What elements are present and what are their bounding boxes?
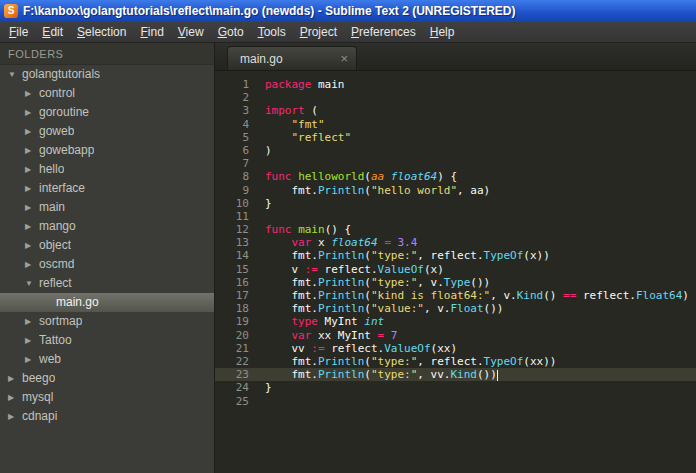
folder-item-golangtutorials[interactable]: ▼golangtutorials [0, 65, 214, 84]
code-line-18[interactable]: 18 fmt.Println("value:", v.Float()) [215, 302, 696, 315]
menu-file[interactable]: File [2, 23, 35, 41]
folder-item-sortmap[interactable]: ▶sortmap [0, 312, 214, 331]
menu-edit[interactable]: Edit [35, 23, 70, 41]
line-number: 1 [215, 78, 249, 91]
menu-goto[interactable]: Goto [211, 23, 251, 41]
folder-item-gowebapp[interactable]: ▶gowebapp [0, 141, 214, 160]
folder-item-oscmd[interactable]: ▶oscmd [0, 255, 214, 274]
chevron-right-icon[interactable]: ▶ [8, 407, 22, 426]
code-line-2[interactable]: 2 [215, 91, 696, 104]
chevron-right-icon[interactable]: ▶ [8, 369, 22, 388]
folder-item-object[interactable]: ▶object [0, 236, 214, 255]
code-line-21[interactable]: 21 vv := reflect.ValueOf(xx) [215, 342, 696, 355]
chevron-right-icon[interactable]: ▶ [25, 103, 39, 122]
folder-item-goroutine[interactable]: ▶goroutine [0, 103, 214, 122]
code-text: v := reflect.ValueOf(x) [265, 263, 444, 276]
editor-pane: main.go × 1package main23import (4 "fmt"… [215, 43, 696, 473]
menu-help[interactable]: Help [423, 23, 462, 41]
folder-item-cdnapi[interactable]: ▶cdnapi [0, 407, 214, 426]
folder-item-web[interactable]: ▶web [0, 350, 214, 369]
code-text: import ( [265, 104, 318, 117]
chevron-right-icon[interactable]: ▶ [25, 217, 39, 236]
chevron-right-icon[interactable]: ▶ [25, 122, 39, 141]
menu-accelerator: V [178, 25, 186, 39]
menu-project[interactable]: Project [293, 23, 344, 41]
menu-accelerator: P [351, 25, 359, 39]
folder-item-mysql[interactable]: ▶mysql [0, 388, 214, 407]
code-line-20[interactable]: 20 var xx MyInt = 7 [215, 329, 696, 342]
chevron-right-icon[interactable]: ▶ [25, 255, 39, 274]
tree-item-label: golangtutorials [22, 65, 100, 84]
menu-tools[interactable]: Tools [251, 23, 293, 41]
chevron-right-icon[interactable]: ▶ [25, 84, 39, 103]
titlebar[interactable]: S F:\kanbox\golangtutorials\reflect\main… [0, 0, 696, 22]
code-line-17[interactable]: 17 fmt.Println("kind is float64:", v.Kin… [215, 289, 696, 302]
folder-item-tattoo[interactable]: ▶Tattoo [0, 331, 214, 350]
folder-item-reflect[interactable]: ▼reflect [0, 274, 214, 293]
line-number: 21 [215, 342, 249, 355]
code-line-6[interactable]: 6) [215, 144, 696, 157]
code-line-15[interactable]: 15 v := reflect.ValueOf(x) [215, 263, 696, 276]
code-line-24[interactable]: 24} [215, 381, 696, 394]
code-line-7[interactable]: 7 [215, 157, 696, 170]
line-number: 2 [215, 91, 249, 104]
code-line-4[interactable]: 4 "fmt" [215, 118, 696, 131]
code-line-5[interactable]: 5 "reflect" [215, 131, 696, 144]
tab-close-icon[interactable]: × [340, 51, 348, 66]
code-line-12[interactable]: 12func main() { [215, 223, 696, 236]
line-number: 16 [215, 276, 249, 289]
folder-item-main[interactable]: ▶main [0, 198, 214, 217]
code-text: ) [265, 144, 272, 157]
chevron-right-icon[interactable]: ▶ [25, 179, 39, 198]
menu-accelerator: H [430, 25, 439, 39]
tree-item-label: hello [39, 160, 64, 179]
menu-selection[interactable]: Selection [70, 23, 133, 41]
code-line-22[interactable]: 22 fmt.Println("type:", reflect.TypeOf(x… [215, 355, 696, 368]
code-line-13[interactable]: 13 var x float64 = 3.4 [215, 236, 696, 249]
folder-item-beego[interactable]: ▶beego [0, 369, 214, 388]
chevron-down-icon[interactable]: ▼ [25, 274, 39, 293]
chevron-down-icon[interactable]: ▼ [8, 65, 22, 84]
chevron-right-icon[interactable]: ▶ [25, 331, 39, 350]
chevron-right-icon[interactable]: ▶ [25, 312, 39, 331]
folder-item-hello[interactable]: ▶hello [0, 160, 214, 179]
code-text: var x float64 = 3.4 [265, 236, 417, 249]
line-number: 20 [215, 329, 249, 342]
tree-item-label: control [39, 84, 75, 103]
folder-item-goweb[interactable]: ▶goweb [0, 122, 214, 141]
menu-accelerator: F [9, 25, 16, 39]
menu-accelerator: T [258, 25, 264, 39]
code-line-25[interactable]: 25 [215, 395, 696, 408]
menu-find[interactable]: Find [133, 23, 170, 41]
menu-accelerator: E [42, 25, 50, 39]
folder-item-mango[interactable]: ▶mango [0, 217, 214, 236]
code-line-8[interactable]: 8func helloworld(aa float64) { [215, 170, 696, 183]
tab-main-go[interactable]: main.go × [227, 46, 357, 70]
line-number: 23 [215, 368, 249, 381]
folder-item-control[interactable]: ▶control [0, 84, 214, 103]
code-line-23[interactable]: 23 fmt.Println("type:", vv.Kind()) [215, 368, 696, 381]
folder-item-interface[interactable]: ▶interface [0, 179, 214, 198]
code-text: fmt.Println("type:", reflect.TypeOf(x)) [265, 249, 550, 262]
chevron-right-icon[interactable]: ▶ [25, 236, 39, 255]
code-line-1[interactable]: 1package main [215, 78, 696, 91]
chevron-right-icon[interactable]: ▶ [8, 388, 22, 407]
code-text: package main [265, 78, 344, 91]
code-line-9[interactable]: 9 fmt.Println("hello world", aa) [215, 184, 696, 197]
chevron-right-icon[interactable]: ▶ [25, 350, 39, 369]
menu-preferences[interactable]: Preferences [344, 23, 423, 41]
menu-view[interactable]: View [171, 23, 211, 41]
file-item-main.go[interactable]: main.go [0, 293, 214, 312]
code-line-10[interactable]: 10} [215, 197, 696, 210]
chevron-right-icon[interactable]: ▶ [25, 160, 39, 179]
code-line-3[interactable]: 3import ( [215, 104, 696, 117]
code-line-11[interactable]: 11 [215, 210, 696, 223]
code-line-19[interactable]: 19 type MyInt int [215, 315, 696, 328]
chevron-right-icon[interactable]: ▶ [25, 198, 39, 217]
line-number: 17 [215, 289, 249, 302]
code-line-16[interactable]: 16 fmt.Println("type:", v.Type()) [215, 276, 696, 289]
code-text: "reflect" [265, 131, 351, 144]
chevron-right-icon[interactable]: ▶ [25, 141, 39, 160]
code-editor[interactable]: 1package main23import (4 "fmt"5 "reflect… [215, 71, 696, 473]
code-line-14[interactable]: 14 fmt.Println("type:", reflect.TypeOf(x… [215, 249, 696, 262]
